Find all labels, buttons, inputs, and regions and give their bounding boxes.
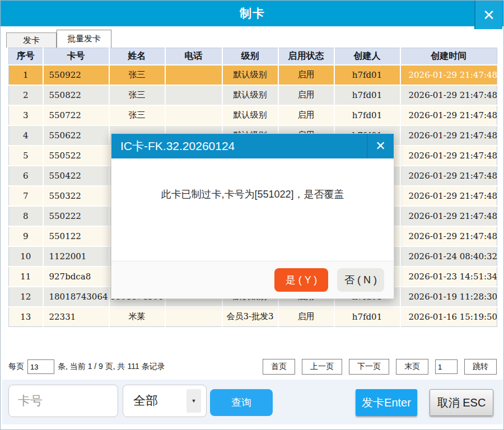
table-cell: 1 bbox=[9, 65, 43, 85]
card-type-select[interactable]: 全部 ▼ bbox=[123, 385, 207, 417]
pagination-bar: 每页 条, 当前 1 / 9 页, 共 111 条记录 首页 上一页 下一页 末… bbox=[8, 358, 497, 376]
table-cell: 550722 bbox=[43, 105, 109, 125]
table-cell: 7 bbox=[9, 186, 43, 206]
table-cell: 米莱 bbox=[109, 307, 165, 327]
table-cell: 8 bbox=[9, 206, 43, 226]
table-cell: 550322 bbox=[43, 186, 109, 206]
column-header: 级别 bbox=[222, 48, 278, 65]
table-cell: 5 bbox=[9, 146, 43, 166]
per-page-input[interactable] bbox=[27, 359, 54, 374]
query-button[interactable]: 查询 bbox=[210, 389, 273, 416]
table-cell: 2026-01-29 21:47:48 bbox=[400, 105, 497, 125]
dialog-title: IC卡-FK.32.20260124 bbox=[111, 138, 367, 154]
table-cell bbox=[165, 307, 222, 327]
table-cell: 张三 bbox=[109, 85, 165, 105]
issue-card-enter-button[interactable]: 发卡Enter bbox=[356, 389, 417, 416]
table-cell: 2026-01-29 21:47:48 bbox=[400, 226, 497, 246]
table-cell: h7fd01 bbox=[334, 85, 400, 105]
table-cell: 11 bbox=[9, 267, 43, 287]
table-cell: 550122 bbox=[43, 226, 109, 246]
column-header: 创建时间 bbox=[400, 48, 497, 65]
table-cell: 2026-01-23 14:51:34 bbox=[400, 267, 497, 287]
table-cell: 9 bbox=[9, 226, 43, 246]
per-page-label: 每页 bbox=[8, 362, 24, 372]
table-cell: 会员3-批发3 bbox=[222, 307, 278, 327]
table-cell: 4 bbox=[9, 125, 43, 146]
table-cell: 2026-01-29 21:47:48 bbox=[400, 206, 497, 226]
next-page-button[interactable]: 下一页 bbox=[349, 359, 389, 375]
jump-button[interactable]: 跳转 bbox=[464, 359, 497, 375]
card-type-selected-value: 全部 bbox=[123, 392, 186, 409]
table-row[interactable]: 2550822张三默认级别启用h7fd012026-01-29 21:47:48 bbox=[9, 85, 497, 105]
close-icon: ✕ bbox=[375, 140, 385, 152]
table-cell: 默认级别 bbox=[222, 105, 278, 125]
prev-page-button[interactable]: 上一页 bbox=[302, 359, 342, 375]
table-cell: h7fd01 bbox=[334, 65, 400, 85]
table-cell: 927bdca8 bbox=[43, 267, 109, 287]
table-row[interactable]: 1550922张三默认级别启用h7fd012026-01-29 21:47:48 bbox=[9, 65, 497, 85]
table-cell: 默认级别 bbox=[222, 85, 278, 105]
table-cell: 启用 bbox=[278, 105, 334, 125]
table-cell bbox=[165, 105, 222, 125]
overwrite-confirm-dialog: IC卡-FK.32.20260124 ✕ 此卡已制过卡,卡号为[551022]，… bbox=[111, 133, 394, 299]
table-header-row: 序号卡号姓名电话级别启用状态创建人创建时间 bbox=[9, 48, 497, 65]
table-cell: 550822 bbox=[43, 85, 109, 105]
table-cell: 550522 bbox=[43, 146, 109, 166]
table-cell: 张三 bbox=[109, 105, 165, 125]
dialog-close-button[interactable]: ✕ bbox=[367, 134, 394, 158]
dialog-footer: 是 ( Y ) 否 ( N ) bbox=[111, 261, 394, 298]
table-cell bbox=[165, 65, 222, 85]
table-cell: 1122001 bbox=[43, 246, 109, 267]
table-cell: 550222 bbox=[43, 206, 109, 226]
chevron-down-icon: ▼ bbox=[186, 389, 201, 413]
table-cell: 2026-01-19 11:28:30 bbox=[400, 287, 497, 307]
bottom-action-bar: 全部 ▼ 查询 发卡Enter 取消 ESC bbox=[2, 380, 503, 424]
column-header: 姓名 bbox=[109, 48, 165, 65]
table-cell: 550422 bbox=[43, 166, 109, 186]
table-cell: 2026-01-29 21:47:48 bbox=[400, 65, 497, 85]
make-card-window: 制卡 ✕ 发卡 批量发卡 序号卡号姓名电话级别启用状态创建人创建时间 15509… bbox=[0, 0, 504, 430]
table-cell: h7fd01 bbox=[334, 105, 400, 125]
titlebar: 制卡 bbox=[1, 1, 504, 26]
yes-button[interactable]: 是 ( Y ) bbox=[274, 268, 328, 292]
no-button[interactable]: 否 ( N ) bbox=[337, 268, 384, 292]
table-cell: 2026-01-24 08:40:32 bbox=[400, 246, 497, 267]
table-cell: 2026-01-29 21:47:48 bbox=[400, 125, 497, 146]
table-cell: 13 bbox=[9, 307, 43, 327]
table-cell: 默认级别 bbox=[222, 65, 278, 85]
table-cell: 2026-01-16 15:19:50 bbox=[400, 307, 497, 327]
table-row[interactable]: 3550722张三默认级别启用h7fd012026-01-29 21:47:48 bbox=[9, 105, 497, 125]
first-page-button[interactable]: 首页 bbox=[263, 359, 295, 375]
table-cell: 22331 bbox=[43, 307, 109, 327]
table-cell: 10 bbox=[9, 246, 43, 267]
table-cell: 18018743064 bbox=[43, 287, 109, 307]
table-cell: 6 bbox=[9, 166, 43, 186]
window-title: 制卡 bbox=[240, 6, 265, 21]
table-row[interactable]: 1322331米莱会员3-批发3启用h7fd012026-01-16 15:19… bbox=[9, 307, 497, 327]
tab-issue-card[interactable]: 发卡 bbox=[6, 32, 57, 48]
table-cell: 2026-01-29 21:47:48 bbox=[400, 166, 497, 186]
last-page-button[interactable]: 末页 bbox=[396, 359, 428, 375]
table-cell bbox=[165, 85, 222, 105]
table-cell: 3 bbox=[9, 105, 43, 125]
card-number-input[interactable] bbox=[8, 385, 118, 417]
table-cell: 2026-01-29 21:47:48 bbox=[400, 146, 497, 166]
column-header: 创建人 bbox=[334, 48, 400, 65]
dialog-message: 此卡已制过卡,卡号为[551022]，是否覆盖 bbox=[161, 188, 344, 201]
records-summary: 条, 当前 1 / 9 页, 共 111 条记录 bbox=[58, 362, 165, 372]
column-header: 启用状态 bbox=[278, 48, 334, 65]
tab-batch-issue-card[interactable]: 批量发卡 bbox=[57, 30, 111, 48]
close-icon: ✕ bbox=[483, 8, 495, 22]
column-header: 卡号 bbox=[43, 48, 109, 65]
jump-page-input[interactable] bbox=[435, 359, 458, 374]
table-cell: 张三 bbox=[109, 65, 165, 85]
table-cell: h7fd01 bbox=[334, 307, 400, 327]
table-cell: 550922 bbox=[43, 65, 109, 85]
window-close-button[interactable]: ✕ bbox=[474, 1, 502, 29]
column-header: 序号 bbox=[9, 48, 43, 65]
table-cell: 12 bbox=[9, 287, 43, 307]
table-cell: 启用 bbox=[278, 85, 334, 105]
table-cell: 启用 bbox=[278, 307, 334, 327]
table-cell: 启用 bbox=[278, 65, 334, 85]
cancel-esc-button[interactable]: 取消 ESC bbox=[430, 389, 493, 416]
